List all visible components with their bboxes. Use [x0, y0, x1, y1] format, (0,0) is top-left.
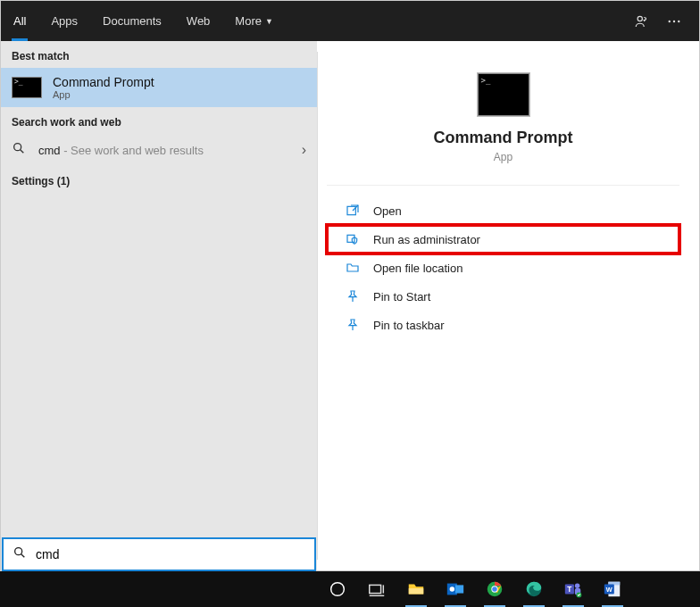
svg-rect-7 [347, 235, 354, 242]
svg-point-26 [575, 584, 580, 589]
preview-column: Command Prompt App Open Run as administr… [317, 52, 688, 560]
result-title: Command Prompt [53, 75, 154, 89]
tab-apps[interactable]: Apps [38, 1, 90, 41]
tab-more-label: More [235, 14, 262, 28]
taskbar-word[interactable]: W [593, 571, 632, 607]
action-pin-to-taskbar[interactable]: Pin to taskbar [327, 311, 679, 339]
svg-point-19 [450, 586, 455, 592]
svg-point-12 [331, 583, 345, 596]
svg-point-2 [673, 20, 675, 21]
svg-point-10 [15, 548, 22, 555]
taskbar-task-view[interactable] [357, 571, 396, 607]
action-list: Open Run as administrator Open file loca… [327, 186, 679, 350]
action-label: Pin to Start [373, 290, 430, 304]
result-subtitle: App [53, 89, 154, 100]
pin-icon [343, 289, 362, 304]
svg-text:T: T [567, 586, 571, 594]
result-command-prompt[interactable]: Command Prompt App [1, 68, 317, 107]
results-column: Best match Command Prompt App Search wor… [1, 41, 317, 570]
preview-subtitle: App [494, 151, 512, 163]
search-icon [12, 545, 27, 563]
taskbar-cortana[interactable] [318, 571, 357, 607]
action-label: Open file location [373, 262, 462, 275]
svg-rect-6 [347, 206, 355, 214]
tab-web[interactable]: Web [174, 1, 223, 41]
search-box[interactable] [2, 537, 316, 571]
svg-text:W: W [606, 586, 612, 594]
svg-rect-16 [409, 588, 424, 594]
feedback-icon[interactable] [626, 1, 658, 41]
options-icon[interactable] [658, 1, 690, 41]
folder-icon [343, 261, 362, 275]
action-run-as-administrator[interactable]: Run as administrator [327, 225, 679, 254]
command-prompt-icon [12, 77, 42, 98]
preview-title: Command Prompt [433, 129, 572, 147]
svg-line-11 [21, 554, 25, 558]
pin-icon [343, 318, 362, 332]
search-panel: All Apps Documents Web More ▼ Best match… [0, 0, 700, 571]
action-label: Run as administrator [373, 233, 480, 246]
tab-more[interactable]: More ▼ [222, 1, 286, 41]
command-prompt-icon [478, 73, 529, 116]
taskbar-file-explorer[interactable] [396, 571, 436, 607]
action-pin-to-start[interactable]: Pin to Start [327, 282, 679, 311]
tab-documents[interactable]: Documents [90, 1, 174, 41]
svg-rect-18 [455, 585, 463, 593]
tab-all[interactable]: All [1, 1, 38, 41]
search-tabs: All Apps Documents Web More ▼ [1, 1, 699, 41]
settings-heading[interactable]: Settings (1) [1, 166, 317, 196]
svg-point-22 [492, 586, 497, 592]
taskbar-edge[interactable] [514, 571, 554, 607]
taskbar: T W [0, 571, 700, 607]
shield-icon [343, 232, 362, 246]
taskbar-outlook[interactable] [436, 571, 475, 607]
svg-point-4 [14, 144, 21, 151]
svg-rect-13 [370, 585, 381, 593]
chevron-down-icon: ▼ [265, 17, 273, 26]
search-web-heading: Search work and web [1, 107, 317, 134]
svg-point-1 [669, 20, 671, 21]
taskbar-chrome[interactable] [475, 571, 514, 607]
chevron-right-icon: › [302, 142, 306, 158]
taskbar-teams[interactable]: T [554, 571, 593, 607]
action-label: Pin to taskbar [373, 319, 445, 332]
search-icon [12, 141, 28, 159]
action-open-file-location[interactable]: Open file location [327, 254, 679, 282]
svg-point-3 [678, 20, 679, 21]
search-input[interactable] [36, 547, 305, 561]
action-open[interactable]: Open [327, 196, 679, 225]
open-icon [343, 204, 362, 218]
search-web-text: cmd - See work and web results [38, 144, 302, 157]
best-match-heading: Best match [1, 41, 317, 68]
svg-point-0 [638, 16, 642, 21]
action-label: Open [373, 204, 402, 218]
search-web-row[interactable]: cmd - See work and web results › [1, 134, 317, 166]
svg-line-5 [21, 150, 24, 154]
